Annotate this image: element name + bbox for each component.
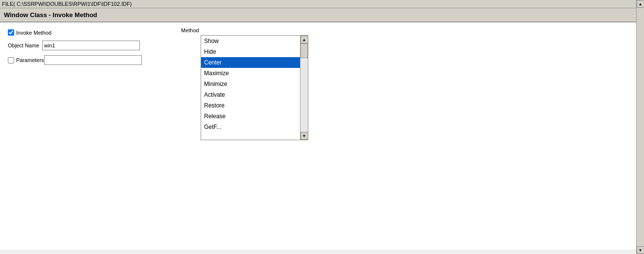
scroll-up-icon: ▲ (302, 38, 306, 42)
listbox-scroll-track (300, 43, 308, 132)
window-scroll-down-button[interactable]: ▼ (637, 246, 644, 254)
invoke-method-checkbox-label[interactable]: Invoke Method (8, 29, 51, 36)
list-item[interactable]: Maximize (201, 68, 300, 79)
object-name-label: Object Name (8, 42, 42, 48)
listbox-scroll-up-button[interactable]: ▲ (300, 36, 308, 43)
window-right-scrollbar: ▲ ▼ (636, 0, 644, 254)
list-item[interactable]: Release (201, 111, 300, 122)
parameters-row: Parameters (8, 55, 628, 65)
listbox-scrollbar: ▲ ▼ (300, 36, 308, 140)
method-label: Method (181, 27, 199, 33)
list-item[interactable]: GetF... (201, 122, 300, 132)
title-bar-text: FILE( C:\SSRPWI\DOUBLES\RPWI1\IDF\IDF102… (2, 1, 132, 7)
list-item-selected[interactable]: Center (201, 57, 300, 68)
window-scroll-up-button[interactable]: ▲ (637, 0, 644, 8)
window-scroll-down-icon: ▼ (639, 248, 643, 253)
object-name-input[interactable] (42, 41, 140, 50)
window-scroll-up-icon: ▲ (639, 2, 643, 6)
object-name-row: Object Name (8, 41, 628, 50)
invoke-method-checkbox[interactable] (8, 29, 14, 36)
list-item[interactable]: Hide (201, 46, 300, 57)
method-listbox-container: Show Hide Center Maximize Minimize Activ… (201, 35, 308, 140)
parameters-checkbox[interactable] (8, 57, 14, 64)
parameters-input[interactable] (44, 55, 142, 65)
invoke-method-row: Invoke Method (8, 29, 628, 36)
listbox-scroll-down-button[interactable]: ▼ (300, 132, 308, 140)
list-item[interactable]: Minimize (201, 79, 300, 89)
parameters-label: Parameters (16, 57, 44, 63)
invoke-method-label: Invoke Method (16, 30, 51, 36)
list-item[interactable]: Show (201, 36, 300, 46)
list-item[interactable]: Restore (201, 100, 300, 111)
parameters-checkbox-label[interactable]: Parameters (8, 57, 44, 64)
title-bar: FILE( C:\SSRPWI\DOUBLES\RPWI1\IDF\IDF102… (0, 0, 644, 8)
main-window: FILE( C:\SSRPWI\DOUBLES\RPWI1\IDF\IDF102… (0, 0, 644, 254)
list-item[interactable]: Activate (201, 89, 300, 100)
listbox-scroll-thumb[interactable] (300, 43, 308, 58)
main-content: Invoke Method Object Name Parameters Met… (0, 22, 636, 250)
window-header: Window Class - Invoke Method (0, 8, 644, 22)
window-title: Window Class - Invoke Method (4, 11, 97, 19)
scroll-down-icon: ▼ (302, 134, 306, 138)
method-listbox[interactable]: Show Hide Center Maximize Minimize Activ… (201, 36, 300, 140)
